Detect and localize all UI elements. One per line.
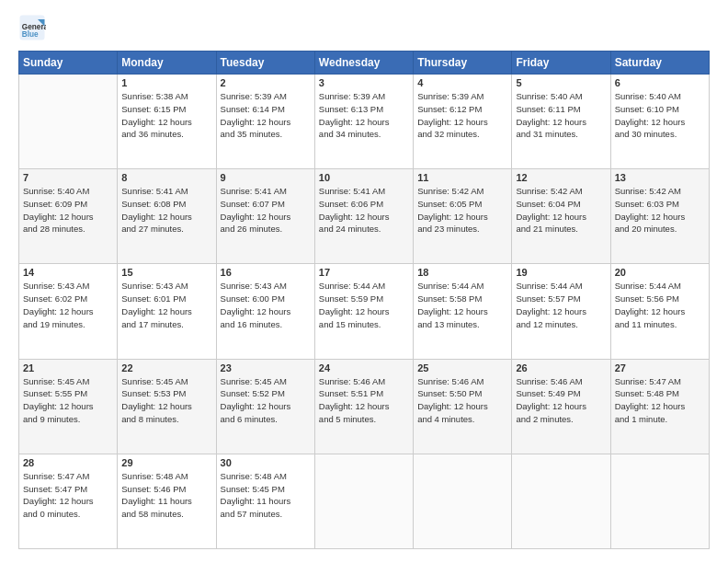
- cell-info: Sunrise: 5:39 AM Sunset: 6:14 PM Dayligh…: [221, 90, 311, 141]
- cell-info: Sunrise: 5:45 AM Sunset: 5:55 PM Dayligh…: [23, 375, 113, 426]
- day-number: 20: [615, 267, 705, 278]
- day-number: 10: [319, 172, 409, 183]
- calendar-cell: 26Sunrise: 5:46 AM Sunset: 5:49 PM Dayli…: [512, 359, 610, 454]
- cell-info: Sunrise: 5:42 AM Sunset: 6:05 PM Dayligh…: [417, 185, 507, 236]
- cell-info: Sunrise: 5:46 AM Sunset: 5:49 PM Dayligh…: [516, 375, 606, 426]
- day-number: 18: [417, 267, 507, 278]
- calendar-cell: 13Sunrise: 5:42 AM Sunset: 6:03 PM Dayli…: [610, 169, 709, 264]
- calendar-cell: [414, 454, 512, 548]
- week-row-4: 21Sunrise: 5:45 AM Sunset: 5:55 PM Dayli…: [19, 359, 710, 454]
- cell-info: Sunrise: 5:45 AM Sunset: 5:52 PM Dayligh…: [221, 375, 311, 426]
- calendar-cell: 28Sunrise: 5:47 AM Sunset: 5:47 PM Dayli…: [19, 454, 118, 548]
- calendar-cell: 16Sunrise: 5:43 AM Sunset: 6:00 PM Dayli…: [216, 264, 314, 359]
- header: General Blue: [18, 14, 710, 41]
- cell-info: Sunrise: 5:38 AM Sunset: 6:15 PM Dayligh…: [121, 90, 211, 141]
- cell-info: Sunrise: 5:41 AM Sunset: 6:08 PM Dayligh…: [121, 185, 211, 236]
- day-number: 4: [417, 77, 507, 88]
- cell-info: Sunrise: 5:40 AM Sunset: 6:09 PM Dayligh…: [23, 185, 113, 236]
- calendar-cell: 22Sunrise: 5:45 AM Sunset: 5:53 PM Dayli…: [118, 359, 216, 454]
- day-number: 28: [23, 457, 113, 468]
- cell-info: Sunrise: 5:45 AM Sunset: 5:53 PM Dayligh…: [121, 375, 211, 426]
- cell-info: Sunrise: 5:42 AM Sunset: 6:04 PM Dayligh…: [516, 185, 606, 236]
- weekday-header-monday: Monday: [118, 52, 216, 75]
- weekday-header-thursday: Thursday: [414, 52, 512, 75]
- calendar-cell: 21Sunrise: 5:45 AM Sunset: 5:55 PM Dayli…: [19, 359, 118, 454]
- weekday-header-friday: Friday: [512, 52, 610, 75]
- calendar-cell: 7Sunrise: 5:40 AM Sunset: 6:09 PM Daylig…: [19, 169, 118, 264]
- calendar-cell: 18Sunrise: 5:44 AM Sunset: 5:58 PM Dayli…: [414, 264, 512, 359]
- cell-info: Sunrise: 5:42 AM Sunset: 6:03 PM Dayligh…: [615, 185, 705, 236]
- cell-info: Sunrise: 5:46 AM Sunset: 5:50 PM Dayligh…: [417, 375, 507, 426]
- calendar-cell: 8Sunrise: 5:41 AM Sunset: 6:08 PM Daylig…: [118, 169, 216, 264]
- day-number: 30: [221, 457, 311, 468]
- calendar-cell: 23Sunrise: 5:45 AM Sunset: 5:52 PM Dayli…: [216, 359, 314, 454]
- day-number: 25: [417, 362, 507, 373]
- day-number: 22: [121, 362, 211, 373]
- cell-info: Sunrise: 5:43 AM Sunset: 6:02 PM Dayligh…: [23, 280, 113, 330]
- weekday-header-row: SundayMondayTuesdayWednesdayThursdayFrid…: [19, 52, 710, 75]
- day-number: 2: [221, 77, 311, 88]
- week-row-2: 7Sunrise: 5:40 AM Sunset: 6:09 PM Daylig…: [19, 169, 710, 264]
- day-number: 13: [615, 172, 705, 183]
- day-number: 12: [516, 172, 606, 183]
- cell-info: Sunrise: 5:44 AM Sunset: 5:57 PM Dayligh…: [516, 280, 606, 330]
- logo: General Blue: [18, 14, 46, 41]
- day-number: 23: [221, 362, 311, 373]
- week-row-1: 1Sunrise: 5:38 AM Sunset: 6:15 PM Daylig…: [19, 75, 710, 169]
- day-number: 8: [121, 172, 211, 183]
- calendar-cell: 27Sunrise: 5:47 AM Sunset: 5:48 PM Dayli…: [610, 359, 709, 454]
- cell-info: Sunrise: 5:39 AM Sunset: 6:12 PM Dayligh…: [417, 90, 507, 141]
- calendar-cell: 3Sunrise: 5:39 AM Sunset: 6:13 PM Daylig…: [314, 75, 413, 169]
- day-number: 11: [417, 172, 507, 183]
- cell-info: Sunrise: 5:44 AM Sunset: 5:56 PM Dayligh…: [615, 280, 705, 330]
- calendar-cell: 17Sunrise: 5:44 AM Sunset: 5:59 PM Dayli…: [314, 264, 413, 359]
- day-number: 27: [615, 362, 705, 373]
- weekday-header-wednesday: Wednesday: [314, 52, 413, 75]
- logo-icon: General Blue: [18, 14, 46, 41]
- day-number: 19: [516, 267, 606, 278]
- weekday-header-saturday: Saturday: [610, 52, 709, 75]
- day-number: 16: [221, 267, 311, 278]
- calendar-cell: 4Sunrise: 5:39 AM Sunset: 6:12 PM Daylig…: [414, 75, 512, 169]
- calendar-cell: 1Sunrise: 5:38 AM Sunset: 6:15 PM Daylig…: [118, 75, 216, 169]
- day-number: 29: [121, 457, 211, 468]
- calendar-cell: 30Sunrise: 5:48 AM Sunset: 5:45 PM Dayli…: [216, 454, 314, 548]
- week-row-3: 14Sunrise: 5:43 AM Sunset: 6:02 PM Dayli…: [19, 264, 710, 359]
- calendar-cell: 10Sunrise: 5:41 AM Sunset: 6:06 PM Dayli…: [314, 169, 413, 264]
- cell-info: Sunrise: 5:41 AM Sunset: 6:06 PM Dayligh…: [319, 185, 409, 236]
- day-number: 24: [319, 362, 409, 373]
- cell-info: Sunrise: 5:44 AM Sunset: 5:59 PM Dayligh…: [319, 280, 409, 330]
- cell-info: Sunrise: 5:47 AM Sunset: 5:47 PM Dayligh…: [23, 470, 113, 521]
- week-row-5: 28Sunrise: 5:47 AM Sunset: 5:47 PM Dayli…: [19, 454, 710, 548]
- calendar-cell: 11Sunrise: 5:42 AM Sunset: 6:05 PM Dayli…: [414, 169, 512, 264]
- day-number: 15: [121, 267, 211, 278]
- day-number: 1: [121, 77, 211, 88]
- calendar-cell: 2Sunrise: 5:39 AM Sunset: 6:14 PM Daylig…: [216, 75, 314, 169]
- cell-info: Sunrise: 5:40 AM Sunset: 6:11 PM Dayligh…: [516, 90, 606, 141]
- calendar-cell: [512, 454, 610, 548]
- day-number: 5: [516, 77, 606, 88]
- cell-info: Sunrise: 5:48 AM Sunset: 5:46 PM Dayligh…: [121, 470, 211, 521]
- calendar-cell: 24Sunrise: 5:46 AM Sunset: 5:51 PM Dayli…: [314, 359, 413, 454]
- calendar-cell: 14Sunrise: 5:43 AM Sunset: 6:02 PM Dayli…: [19, 264, 118, 359]
- page: General Blue SundayMondayTuesdayWednesda…: [0, 0, 728, 563]
- day-number: 21: [23, 362, 113, 373]
- calendar-cell: 9Sunrise: 5:41 AM Sunset: 6:07 PM Daylig…: [216, 169, 314, 264]
- cell-info: Sunrise: 5:48 AM Sunset: 5:45 PM Dayligh…: [221, 470, 311, 521]
- cell-info: Sunrise: 5:43 AM Sunset: 6:01 PM Dayligh…: [121, 280, 211, 330]
- calendar-cell: [314, 454, 413, 548]
- calendar-cell: 12Sunrise: 5:42 AM Sunset: 6:04 PM Dayli…: [512, 169, 610, 264]
- calendar-cell: 25Sunrise: 5:46 AM Sunset: 5:50 PM Dayli…: [414, 359, 512, 454]
- day-number: 7: [23, 172, 113, 183]
- cell-info: Sunrise: 5:46 AM Sunset: 5:51 PM Dayligh…: [319, 375, 409, 426]
- cell-info: Sunrise: 5:40 AM Sunset: 6:10 PM Dayligh…: [615, 90, 705, 141]
- calendar-cell: [610, 454, 709, 548]
- day-number: 9: [221, 172, 311, 183]
- calendar-cell: [19, 75, 118, 169]
- day-number: 6: [615, 77, 705, 88]
- day-number: 17: [319, 267, 409, 278]
- day-number: 14: [23, 267, 113, 278]
- cell-info: Sunrise: 5:47 AM Sunset: 5:48 PM Dayligh…: [615, 375, 705, 426]
- cell-info: Sunrise: 5:44 AM Sunset: 5:58 PM Dayligh…: [417, 280, 507, 330]
- cell-info: Sunrise: 5:43 AM Sunset: 6:00 PM Dayligh…: [221, 280, 311, 330]
